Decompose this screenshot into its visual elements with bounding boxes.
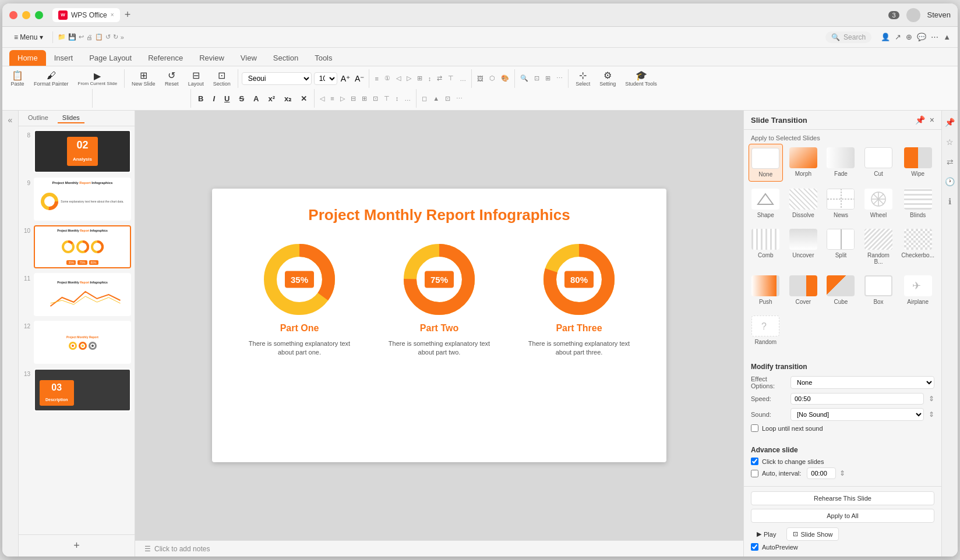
font-shrink-button[interactable]: A⁻ xyxy=(354,74,365,83)
transition-fade[interactable]: Fade xyxy=(824,144,858,182)
comment-icon[interactable]: 💬 xyxy=(917,33,926,41)
align-top-icon[interactable]: ⊤ xyxy=(446,73,456,83)
italic-button[interactable]: I xyxy=(209,93,218,104)
transition-split[interactable]: Split xyxy=(824,225,858,268)
new-tab-button[interactable]: + xyxy=(125,9,131,21)
share-icon[interactable]: 👤 xyxy=(881,33,890,41)
transition-uncover[interactable]: Uncover xyxy=(786,225,821,268)
pin-icon[interactable]: 📌 xyxy=(943,115,957,129)
arrange-icon[interactable]: ⊡ xyxy=(443,94,452,104)
notes-bar[interactable]: ☰ Click to add notes xyxy=(135,540,743,557)
transition-none[interactable]: None xyxy=(749,144,783,182)
tab-page-layout[interactable]: Page Layout xyxy=(81,50,140,66)
print-icon[interactable]: ⊕ xyxy=(906,33,912,41)
section-button[interactable]: ⊡ Section xyxy=(210,69,234,88)
transition-dissolve[interactable]: Dissolve xyxy=(786,185,821,222)
transition-airplane[interactable]: ✈ Airplane xyxy=(899,272,937,309)
clear-format-button[interactable]: ✕ xyxy=(297,93,310,104)
sidebar-toggle[interactable]: « xyxy=(2,111,19,557)
picture-icon[interactable]: 🖼 xyxy=(475,74,485,83)
outline-tab[interactable]: Outline xyxy=(23,113,53,123)
transition-cover[interactable]: Cover xyxy=(786,272,821,309)
transition-box[interactable]: Box xyxy=(862,272,896,309)
slide-thumbnail[interactable]: Project Monthly Report Infographics Some… xyxy=(34,178,131,221)
close-button[interactable] xyxy=(9,11,17,19)
transition-news[interactable]: News xyxy=(824,185,858,222)
slides-tab[interactable]: Slides xyxy=(58,113,84,123)
grid-icon[interactable]: ⊞ xyxy=(543,73,552,83)
align-right-icon[interactable]: ▷ xyxy=(338,94,347,104)
text-direction-icon[interactable]: ⇄ xyxy=(435,73,444,83)
row-dist-icon[interactable]: ⊤ xyxy=(382,94,391,104)
underline-button[interactable]: U xyxy=(221,93,233,104)
transition-wheel[interactable]: Wheel xyxy=(862,185,896,222)
transition-comb[interactable]: Comb xyxy=(749,225,783,268)
align-left-icon[interactable]: ◁ xyxy=(318,94,326,104)
list-item[interactable]: 8 02Analysis xyxy=(22,130,131,173)
tab-tools[interactable]: Tools xyxy=(306,50,340,66)
arrows-icon[interactable]: ⇄ xyxy=(944,155,956,169)
indent-decrease-icon[interactable]: ◁ xyxy=(394,73,403,83)
pin-panel-button[interactable]: 📌 xyxy=(915,115,925,125)
tab-reference[interactable]: Reference xyxy=(140,50,191,66)
minimize-button[interactable] xyxy=(22,11,30,19)
format-painter-button[interactable]: 🖌 Format Painter xyxy=(30,69,72,88)
add-slide-button[interactable]: + xyxy=(19,534,135,557)
list-bullet-icon[interactable]: ≡ xyxy=(373,74,380,83)
list-item[interactable]: 9 Project Monthly Report Infographics So… xyxy=(22,178,131,221)
line-spacing-icon[interactable]: ↕ xyxy=(426,74,433,83)
tab-close-button[interactable]: × xyxy=(111,12,114,18)
transition-morph[interactable]: Morph xyxy=(786,144,821,182)
more3-icon[interactable]: ⋯ xyxy=(555,73,564,83)
justify-icon[interactable]: ⊟ xyxy=(349,94,358,104)
setting-button[interactable]: ⚙ Setting xyxy=(596,69,619,88)
click-change-checkbox[interactable] xyxy=(751,458,758,465)
hamburger-menu[interactable]: ≡ Menu ▾ xyxy=(9,31,48,44)
apply-all-button[interactable]: Apply to All xyxy=(751,509,934,523)
transition-shape[interactable]: Shape xyxy=(749,185,783,222)
list-item[interactable]: 11 Project Monthly Report Infographics xyxy=(22,273,131,316)
shapes-icon[interactable]: ⬡ xyxy=(488,73,497,83)
list-item[interactable]: 13 03Description xyxy=(22,368,131,412)
tab-insert[interactable]: Insert xyxy=(46,50,82,66)
more4-icon[interactable]: … xyxy=(403,94,412,103)
speed-stepper[interactable]: ⇕ xyxy=(929,395,934,403)
transition-cut[interactable]: Cut xyxy=(862,144,896,182)
collapse-icon[interactable]: ▲ xyxy=(943,33,951,41)
auto-interval-checkbox[interactable] xyxy=(751,470,758,477)
transition-random[interactable]: ? Random xyxy=(749,312,783,349)
layout2-icon[interactable]: ⊡ xyxy=(532,73,541,83)
tab-review[interactable]: Review xyxy=(191,50,232,66)
sound-stepper[interactable]: ⇕ xyxy=(929,410,934,419)
strikethrough-button[interactable]: S xyxy=(235,93,248,104)
info-icon[interactable]: ℹ xyxy=(946,194,954,208)
zoom-icon[interactable]: 🔍 xyxy=(518,73,530,83)
indent-increase-icon[interactable]: ▷ xyxy=(405,73,413,83)
export-icon[interactable]: ↗ xyxy=(895,33,901,41)
sound-select[interactable]: [No Sound] xyxy=(790,408,924,421)
auto-interval-input[interactable]: 00:00 xyxy=(807,467,836,479)
font-size-select[interactable]: 10 xyxy=(314,72,337,85)
slide-thumbnail[interactable]: Project Monthly Report Infographics 35% … xyxy=(34,225,131,268)
transition-checkerboard[interactable]: Checkerbo... xyxy=(899,225,937,268)
from-current-slide-button[interactable]: ▶ From Current Slide xyxy=(75,69,121,88)
shape-fill-icon[interactable]: ▲ xyxy=(431,94,441,103)
shape-style-icon[interactable]: ◻ xyxy=(420,94,429,104)
rehearse-button[interactable]: Rehearse This Slide xyxy=(751,491,934,505)
history-icon[interactable]: 🕐 xyxy=(943,175,957,189)
loop-checkbox[interactable] xyxy=(751,424,758,432)
tab-section[interactable]: Section xyxy=(265,50,306,66)
reset-button[interactable]: ↺ Reset xyxy=(161,69,182,88)
slide-thumbnail[interactable]: 02Analysis xyxy=(34,130,131,173)
close-panel-button[interactable]: × xyxy=(930,115,934,125)
effect-options-select[interactable]: None xyxy=(790,376,934,389)
app-tab[interactable]: W WPS Office × xyxy=(52,8,120,22)
subscript-button[interactable]: x₂ xyxy=(281,93,295,104)
speed-input[interactable]: 00:50 xyxy=(790,393,924,405)
more-icon[interactable]: ⋯ xyxy=(931,33,938,41)
line-sp2-icon[interactable]: ↕ xyxy=(394,94,401,103)
table-icon[interactable]: ⊞ xyxy=(360,94,369,104)
auto-stepper[interactable]: ⇕ xyxy=(839,469,845,477)
play-button[interactable]: ▶ Play xyxy=(751,527,782,541)
list-item[interactable]: 10 Project Monthly Report Infographics 3… xyxy=(22,225,131,268)
